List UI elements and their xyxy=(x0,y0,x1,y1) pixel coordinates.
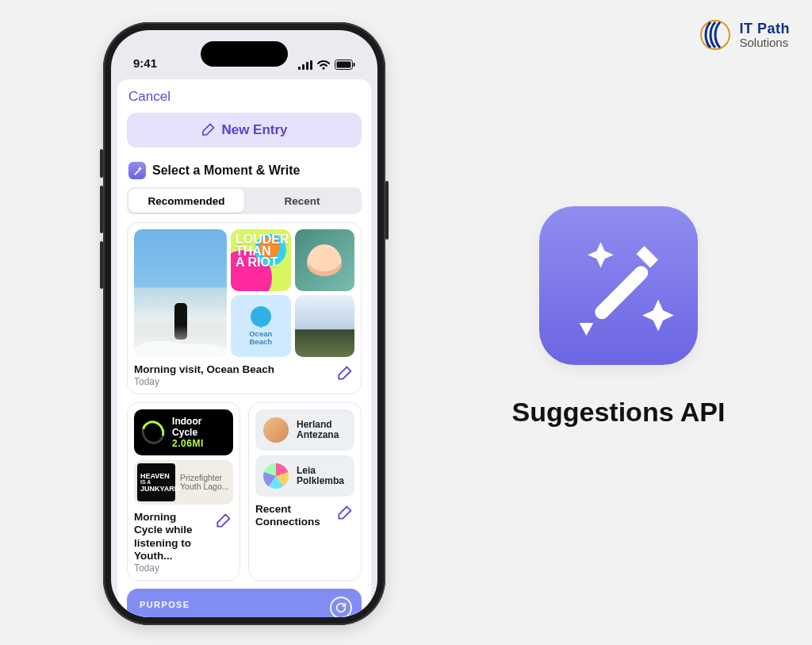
workout-name: Indoor Cycle xyxy=(172,416,225,438)
brand-name-line2: Solutions xyxy=(739,36,790,49)
person-row: Herland Antezana xyxy=(255,409,354,451)
sheet-top-bar: Cancel xyxy=(117,79,371,109)
dynamic-island xyxy=(201,41,288,67)
cellular-icon xyxy=(298,60,312,70)
ocean-label-l2: Beach xyxy=(249,338,272,346)
svg-rect-3 xyxy=(302,64,304,70)
workout-metric: 2.06MI xyxy=(172,438,225,449)
svg-point-6 xyxy=(322,67,324,69)
moment-tile-ocean-label: Ocean Beach xyxy=(231,295,291,357)
album-cover: HEAVEN IS A JUNKYARD xyxy=(137,463,175,501)
svg-rect-4 xyxy=(306,62,308,70)
moment1-compose-button[interactable] xyxy=(334,363,354,384)
moment-card-morning-cycle[interactable]: Indoor Cycle 2.06MI HEAVEN IS A JUNKYARD… xyxy=(127,402,240,581)
feature-title: Suggestions API xyxy=(476,397,761,428)
brand-lockup: IT Path Solutions xyxy=(699,19,790,51)
sheet-content: New Entry Select a Moment & Write Recomm… xyxy=(117,109,371,617)
refresh-icon xyxy=(335,601,347,614)
activity-ring-icon xyxy=(137,417,168,448)
avatar xyxy=(263,417,289,443)
person-row: Leia Polklemba xyxy=(255,455,354,497)
new-entry-button[interactable]: New Entry xyxy=(127,113,362,148)
segmented-control: Recommended Recent xyxy=(127,187,362,214)
brand-logo-icon xyxy=(699,19,731,51)
purpose-refresh-button[interactable] xyxy=(330,597,352,617)
svg-rect-8 xyxy=(337,62,351,68)
compose-icon xyxy=(336,505,352,521)
moment-tile-louder: LOUDER THAN A RIOT xyxy=(231,229,291,291)
moment2-compose-button[interactable] xyxy=(213,511,233,532)
moment-card-recent-connections[interactable]: Herland Antezana Leia Polklemba xyxy=(248,402,362,581)
workout-tile: Indoor Cycle 2.06MI xyxy=(134,409,233,455)
purpose-label: PURPOSE xyxy=(140,600,349,609)
iphone-mock: 9:41 Cancel New Entry Select a Moment & … xyxy=(103,22,385,625)
purpose-prompt-card[interactable]: PURPOSE Think about something you love t… xyxy=(127,589,362,617)
tab-recent[interactable]: Recent xyxy=(244,189,360,213)
compose-icon xyxy=(336,366,352,382)
cancel-button[interactable]: Cancel xyxy=(128,89,170,105)
moment2-subtitle: Today xyxy=(134,562,206,574)
section-header: Select a Moment & Write xyxy=(128,162,360,179)
person2-name-l2: Polklemba xyxy=(297,476,344,486)
wand-mini-icon xyxy=(128,162,146,179)
moment3-compose-button[interactable] xyxy=(334,503,354,524)
svg-rect-2 xyxy=(298,67,301,70)
album-word3: JUNKYARD xyxy=(140,486,172,493)
album-word2: IS A xyxy=(140,480,172,486)
new-entry-label: New Entry xyxy=(221,122,287,138)
moment1-title: Morning visit, Ocean Beach xyxy=(134,363,274,376)
svg-rect-5 xyxy=(310,60,312,70)
phone-screen: 9:41 Cancel New Entry Select a Moment & … xyxy=(111,30,377,617)
compose-icon xyxy=(215,513,231,529)
section-title: Select a Moment & Write xyxy=(152,163,300,178)
tab-recommended[interactable]: Recommended xyxy=(128,189,244,213)
moment-card-ocean-beach[interactable]: LOUDER THAN A RIOT Ocean Beach xyxy=(127,222,362,394)
battery-icon xyxy=(335,60,355,70)
moment-tile-shell xyxy=(295,229,355,291)
svg-rect-9 xyxy=(354,63,355,67)
feature-block: Suggestions API xyxy=(476,206,761,428)
louder-word3: A RIOT xyxy=(236,257,286,269)
brand-name-line1: IT Path xyxy=(739,21,790,36)
compose-icon xyxy=(201,123,215,137)
moment-tile-cliff xyxy=(295,295,355,357)
suggestions-app-icon xyxy=(539,206,698,365)
person1-name-l2: Antezana xyxy=(297,430,339,440)
svg-rect-1 xyxy=(592,263,651,322)
moment2-title: Morning Cycle while listening to Youth..… xyxy=(134,511,206,562)
wifi-icon xyxy=(317,60,330,70)
moment1-subtitle: Today xyxy=(134,376,274,387)
moment3-title: Recent Connections xyxy=(255,503,327,528)
avatar xyxy=(263,463,289,489)
album-tile: HEAVEN IS A JUNKYARD Prizefighter Youth … xyxy=(134,460,233,505)
svg-rect-10 xyxy=(134,169,140,175)
umbrella-icon xyxy=(251,306,271,327)
moment-photo-main xyxy=(134,229,227,357)
status-time: 9:41 xyxy=(133,56,157,70)
album-meta2: Youth Lago... xyxy=(180,482,229,492)
